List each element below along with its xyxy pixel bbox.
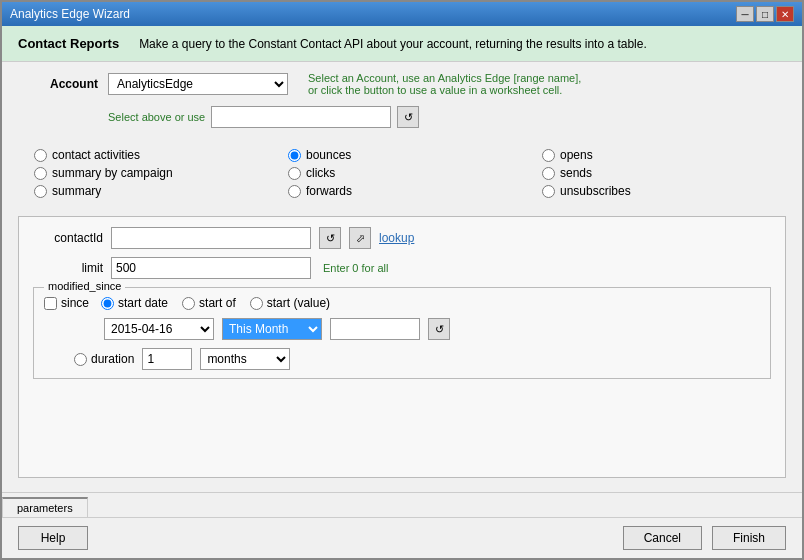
- finish-button[interactable]: Finish: [712, 526, 786, 550]
- radio-summary-input[interactable]: [34, 185, 47, 198]
- radio-contact-activities-input[interactable]: [34, 149, 47, 162]
- duration-label: duration: [91, 352, 134, 366]
- radio-summary-campaign-input[interactable]: [34, 167, 47, 180]
- range-refresh-button[interactable]: ↺: [397, 106, 419, 128]
- start-date-label: start date: [118, 296, 168, 310]
- start-of-label: start of: [199, 296, 236, 310]
- maximize-button[interactable]: □: [756, 6, 774, 22]
- radio-summary: summary: [34, 184, 278, 198]
- header-description: Make a query to the Constant Contact API…: [139, 37, 647, 51]
- radio-options-grid: contact activities bounces opens summary…: [34, 148, 786, 198]
- contact-id-row: contactId ↺ ⬀ lookup: [33, 227, 771, 249]
- range-name-input[interactable]: [211, 106, 391, 128]
- radio-bounces: bounces: [288, 148, 532, 162]
- radio-bounces-input[interactable]: [288, 149, 301, 162]
- since-start-of-radio: start of: [182, 296, 236, 310]
- since-row: since start date start of: [44, 296, 760, 310]
- title-bar: Analytics Edge Wizard ─ □ ✕: [2, 2, 802, 26]
- lookup-link[interactable]: lookup: [379, 231, 414, 245]
- radio-sends-label: sends: [560, 166, 592, 180]
- radio-sends: sends: [542, 166, 786, 180]
- limit-input[interactable]: [111, 257, 311, 279]
- help-button[interactable]: Help: [18, 526, 88, 550]
- select-or-row: Select above or use ↺: [108, 106, 786, 128]
- since-radio-group: start date start of start (value): [101, 296, 330, 310]
- since-start-value-radio: start (value): [250, 296, 330, 310]
- radio-forwards-label: forwards: [306, 184, 352, 198]
- inner-panel: contactId ↺ ⬀ lookup limit Enter 0 for a…: [18, 216, 786, 478]
- radio-clicks-label: clicks: [306, 166, 335, 180]
- header-section: Contact Reports Make a query to the Cons…: [2, 26, 802, 62]
- radio-sends-input[interactable]: [542, 167, 555, 180]
- radio-unsubscribes-label: unsubscribes: [560, 184, 631, 198]
- radio-forwards-input[interactable]: [288, 185, 301, 198]
- header-title: Contact Reports: [18, 36, 119, 51]
- duration-value-input[interactable]: [142, 348, 192, 370]
- start-of-radio-input[interactable]: [182, 297, 195, 310]
- radio-unsubscribes: unsubscribes: [542, 184, 786, 198]
- duration-radio-group: duration: [74, 352, 134, 366]
- contact-id-refresh-btn[interactable]: ↺: [319, 227, 341, 249]
- account-hint-2: or click the button to use a value in a …: [308, 84, 581, 96]
- window-title: Analytics Edge Wizard: [10, 7, 130, 21]
- start-date-radio-input[interactable]: [101, 297, 114, 310]
- account-select[interactable]: AnalyticsEdge: [108, 73, 288, 95]
- radio-unsubscribes-input[interactable]: [542, 185, 555, 198]
- duration-row: duration months days weeks years: [74, 348, 760, 370]
- radio-forwards: forwards: [288, 184, 532, 198]
- account-label: Account: [18, 77, 98, 91]
- tab-parameters[interactable]: parameters: [2, 497, 88, 517]
- bottom-bar: Help Cancel Finish: [2, 517, 802, 558]
- start-value-label: start (value): [267, 296, 330, 310]
- start-of-select[interactable]: This Month This Week This Year Last Mont…: [222, 318, 322, 340]
- start-value-input[interactable]: [330, 318, 420, 340]
- start-value-radio-input[interactable]: [250, 297, 263, 310]
- minimize-button[interactable]: ─: [736, 6, 754, 22]
- since-checkbox[interactable]: [44, 297, 57, 310]
- limit-hint: Enter 0 for all: [323, 262, 388, 274]
- limit-label: limit: [33, 261, 103, 275]
- radio-clicks: clicks: [288, 166, 532, 180]
- radio-summary-label: summary: [52, 184, 101, 198]
- contact-id-input[interactable]: [111, 227, 311, 249]
- duration-unit-select[interactable]: months days weeks years: [200, 348, 290, 370]
- radio-contact-activities-label: contact activities: [52, 148, 140, 162]
- since-checkbox-group: since: [44, 296, 89, 310]
- window-controls: ─ □ ✕: [736, 6, 794, 22]
- close-button[interactable]: ✕: [776, 6, 794, 22]
- cancel-button[interactable]: Cancel: [623, 526, 702, 550]
- modified-since-legend: modified_since: [44, 280, 125, 292]
- since-label: since: [61, 296, 89, 310]
- start-value-refresh-btn[interactable]: ↺: [428, 318, 450, 340]
- radio-opens: opens: [542, 148, 786, 162]
- main-window: Analytics Edge Wizard ─ □ ✕ Contact Repo…: [0, 0, 804, 560]
- radio-summary-campaign-label: summary by campaign: [52, 166, 173, 180]
- radio-contact-activities: contact activities: [34, 148, 278, 162]
- account-row: Account AnalyticsEdge Select an Account,…: [18, 72, 786, 96]
- date-select[interactable]: 2015-04-16: [104, 318, 214, 340]
- contact-id-label: contactId: [33, 231, 103, 245]
- select-or-label: Select above or use: [108, 111, 205, 123]
- right-buttons: Cancel Finish: [623, 526, 786, 550]
- modified-since-group: modified_since since start date: [33, 287, 771, 379]
- duration-radio-input[interactable]: [74, 353, 87, 366]
- radio-bounces-label: bounces: [306, 148, 351, 162]
- since-start-date-radio: start date: [101, 296, 168, 310]
- radio-opens-input[interactable]: [542, 149, 555, 162]
- radio-opens-label: opens: [560, 148, 593, 162]
- form-area: Account AnalyticsEdge Select an Account,…: [2, 62, 802, 492]
- radio-summary-by-campaign: summary by campaign: [34, 166, 278, 180]
- account-hint-1: Select an Account, use an Analytics Edge…: [308, 72, 581, 84]
- tab-row: parameters: [2, 492, 802, 517]
- limit-row: limit Enter 0 for all: [33, 257, 771, 279]
- date-row: 2015-04-16 This Month This Week This Yea…: [104, 318, 760, 340]
- contact-id-external-btn[interactable]: ⬀: [349, 227, 371, 249]
- radio-clicks-input[interactable]: [288, 167, 301, 180]
